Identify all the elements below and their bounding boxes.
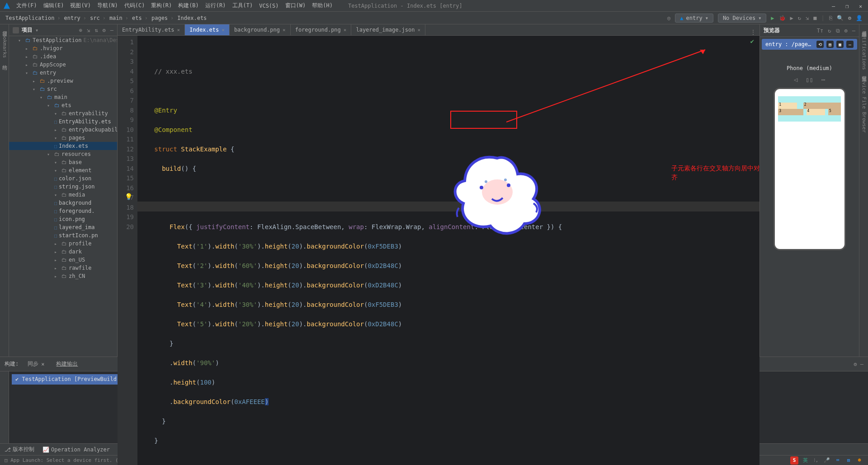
rotate-icon[interactable]: ⟲ bbox=[816, 41, 824, 48]
tree-item[interactable]: dark bbox=[9, 248, 117, 256]
tab-entryability[interactable]: EntryAbility.ets× bbox=[118, 24, 185, 35]
build-output-tab[interactable]: 构建输出 bbox=[53, 359, 80, 369]
right-tool-strip[interactable]: 应用服务市场 Notifications 预览器 Device File Bro… bbox=[859, 24, 868, 357]
crumb-file[interactable]: Index.ets bbox=[177, 15, 207, 21]
run-icon[interactable]: ▶ bbox=[771, 15, 774, 21]
menu-nav[interactable]: 导航(N) bbox=[97, 2, 118, 9]
close-icon[interactable]: ✕ bbox=[859, 3, 864, 9]
preview-split-icon[interactable]: ▯▯ bbox=[806, 76, 813, 83]
crumb-pages[interactable]: pages bbox=[151, 15, 174, 21]
menu-run[interactable]: 运行(R) bbox=[205, 2, 226, 9]
menu-refactor[interactable]: 重构(R) bbox=[151, 2, 172, 9]
tree-item[interactable]: background bbox=[9, 199, 117, 207]
tree-item[interactable]: EntryAbility.ets bbox=[9, 117, 117, 126]
tree-item[interactable]: element bbox=[9, 166, 117, 174]
tree-item[interactable]: entry bbox=[9, 69, 117, 77]
build-sync-tab[interactable]: 同步 × bbox=[25, 359, 47, 369]
tree-item[interactable]: rawfile bbox=[9, 264, 117, 272]
tree-item[interactable]: .hvigor bbox=[9, 44, 117, 52]
tree-item[interactable]: main bbox=[9, 93, 117, 101]
left-tool-strip[interactable]: 项目 Bookmarks 结构 bbox=[0, 24, 9, 357]
settings-icon[interactable]: ⚙ bbox=[848, 15, 851, 21]
tree-item[interactable]: src bbox=[9, 85, 117, 93]
tree-item[interactable]: string.json bbox=[9, 183, 117, 191]
debug-icon[interactable]: 🐞 bbox=[779, 15, 786, 21]
menu-help[interactable]: 帮助(H) bbox=[312, 2, 333, 9]
tree-item[interactable]: color.json bbox=[9, 174, 117, 183]
menu-edit[interactable]: 编辑(E) bbox=[43, 2, 64, 9]
crumb-ets[interactable]: ets bbox=[132, 15, 148, 21]
menu-view[interactable]: 视图(V) bbox=[70, 2, 91, 9]
tree-item[interactable]: profile bbox=[9, 240, 117, 248]
crumb-module[interactable]: entry bbox=[64, 15, 86, 21]
crumb-src[interactable]: src bbox=[90, 15, 106, 21]
tab-close-icon[interactable]: × bbox=[417, 27, 420, 33]
tree-item[interactable]: resources bbox=[9, 150, 117, 158]
refresh-preview-icon[interactable]: ↻ bbox=[828, 28, 831, 34]
code-content[interactable]: 💡 // xxx.ets @Entry @Component struct St… bbox=[137, 36, 760, 465]
search-icon[interactable]: 🔍 bbox=[837, 15, 844, 21]
menu-window[interactable]: 窗口(W) bbox=[285, 2, 306, 9]
tree-sort-icon[interactable]: ⇅ bbox=[94, 27, 98, 33]
tree-item[interactable]: pages bbox=[9, 134, 117, 142]
menu-vcs[interactable]: VCS(S) bbox=[259, 3, 278, 9]
tree-item[interactable]: startIcon.pn bbox=[9, 231, 117, 240]
tree-item[interactable]: base bbox=[9, 158, 117, 166]
settings-preview-icon[interactable]: ⚙ bbox=[844, 28, 848, 34]
inspect-icon[interactable]: ⧉ bbox=[836, 28, 840, 34]
tree-collapse-icon[interactable]: ⇲ bbox=[87, 27, 90, 33]
preview-more-icon[interactable]: ⋯ bbox=[821, 76, 825, 83]
tool-op[interactable]: 📈 Operation Analyzer bbox=[42, 446, 110, 453]
tree-item[interactable]: layered_ima bbox=[9, 223, 117, 231]
attach-icon[interactable]: ⇲ bbox=[806, 15, 809, 21]
module-dropdown[interactable]: ▲entry bbox=[675, 14, 713, 23]
crumb-project[interactable]: TestApplication bbox=[5, 15, 61, 21]
code-editor[interactable]: ✔ 1234567891011121314151617181920 💡 // x… bbox=[118, 36, 760, 465]
tab-background[interactable]: background.png× bbox=[230, 24, 291, 35]
intention-bulb-icon[interactable]: 💡 bbox=[125, 192, 132, 202]
tree-target-icon[interactable]: ⊕ bbox=[79, 27, 82, 33]
ime-sogou-icon[interactable]: S bbox=[790, 456, 798, 465]
tree-item[interactable]: media bbox=[9, 191, 117, 199]
tabs-more-icon[interactable]: ⋮ bbox=[747, 29, 760, 35]
tree-root[interactable]: TestApplication E:\nana\Desktop\ bbox=[9, 36, 117, 44]
menu-tools[interactable]: 工具(T) bbox=[232, 2, 253, 9]
layers-icon[interactable]: ▤ bbox=[826, 41, 834, 48]
stop-icon[interactable]: ■ bbox=[813, 15, 816, 21]
menu-code[interactable]: 代码(C) bbox=[124, 2, 145, 9]
tab-close-icon[interactable]: × bbox=[177, 27, 180, 33]
tab-index[interactable]: Index.ets× bbox=[185, 24, 230, 35]
crumb-main[interactable]: main bbox=[109, 15, 128, 21]
vcs-icon[interactable]: ⎘ bbox=[829, 15, 832, 21]
ime-bar[interactable]: S 英 ⁝, 🎤 ⌨ ⊞ ☻ bbox=[790, 456, 863, 465]
menu-file[interactable]: 文件(F) bbox=[16, 2, 37, 9]
tree-item[interactable]: Index.ets bbox=[9, 142, 117, 150]
project-label[interactable]: 项目 bbox=[22, 26, 33, 34]
maximize-icon[interactable]: ❐ bbox=[845, 3, 851, 9]
tool-vcs[interactable]: ⎇ 版本控制 bbox=[5, 446, 34, 453]
tab-foreground[interactable]: foreground.png× bbox=[291, 24, 352, 35]
target-icon[interactable]: ◎ bbox=[667, 15, 670, 21]
tab-close-icon[interactable]: × bbox=[283, 27, 286, 33]
refresh-icon[interactable]: ↻ bbox=[798, 15, 801, 21]
minimize-icon[interactable]: — bbox=[832, 3, 837, 9]
tab-layered[interactable]: layered_image.json× bbox=[351, 24, 425, 35]
tab-close-icon[interactable]: × bbox=[344, 27, 347, 33]
build-settings-icon[interactable]: ⚙ — bbox=[854, 361, 863, 367]
tree-item[interactable]: .idea bbox=[9, 52, 117, 61]
coverage-icon[interactable]: ▶ bbox=[790, 15, 793, 21]
device-dropdown[interactable]: No Devices bbox=[718, 14, 766, 23]
menu-build[interactable]: 构建(B) bbox=[178, 2, 199, 9]
preview-entry-dropdown[interactable]: entry : /page… ⟲▤▦— bbox=[762, 39, 857, 50]
hide-preview-icon[interactable]: — bbox=[852, 28, 855, 34]
more-icon[interactable]: — bbox=[846, 41, 854, 48]
tree-item[interactable]: en_US bbox=[9, 256, 117, 264]
tree-item[interactable]: icon.png bbox=[9, 215, 117, 223]
tree-hide-icon[interactable]: — bbox=[110, 27, 113, 33]
font-icon[interactable]: Tт bbox=[817, 28, 823, 34]
account-icon[interactable]: 👤 bbox=[856, 15, 863, 21]
tree-item[interactable]: entrybackupability bbox=[9, 126, 117, 134]
project-view-icon[interactable] bbox=[13, 27, 19, 33]
tree-item[interactable]: .preview bbox=[9, 77, 117, 85]
preview-back-icon[interactable]: ◁ bbox=[794, 76, 797, 83]
